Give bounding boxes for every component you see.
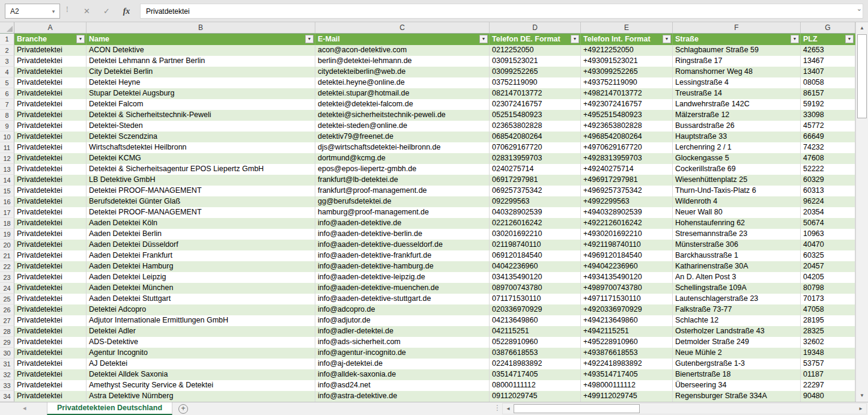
- cell[interactable]: 32602: [801, 337, 855, 348]
- cell[interactable]: Privatdetektei: [14, 337, 86, 348]
- cell[interactable]: Falkstraße 73-77: [673, 304, 801, 315]
- cell[interactable]: Detektei Sczendzina: [86, 132, 315, 142]
- cell[interactable]: Agentur Incognito: [86, 348, 315, 359]
- cell[interactable]: Privatdetektei: [14, 315, 86, 326]
- row-header[interactable]: 19: [0, 229, 14, 240]
- cell[interactable]: 08058: [801, 77, 855, 88]
- cell[interactable]: 42653: [801, 45, 855, 56]
- cell[interactable]: 04213649860: [490, 315, 581, 326]
- cell[interactable]: info@aaden-detektive-frankfurt.de: [315, 250, 490, 261]
- cell[interactable]: info@adjutor.de: [315, 315, 490, 326]
- cell[interactable]: Astra Detektive Nürnberg: [86, 391, 315, 402]
- cell[interactable]: Detektei & Sicherheitstechnik-Peweli: [86, 110, 315, 121]
- scroll-down-icon[interactable]: ▼: [856, 390, 868, 401]
- cell[interactable]: +4942115251: [581, 326, 673, 337]
- cell[interactable]: info@asd24.net: [315, 380, 490, 391]
- cell[interactable]: 28325: [801, 326, 855, 337]
- row-header[interactable]: 10: [0, 132, 14, 142]
- cell[interactable]: +4940328902539: [581, 207, 673, 218]
- vertical-scrollbar[interactable]: ▲ ▼: [855, 22, 868, 402]
- select-all-corner[interactable]: [0, 22, 14, 33]
- cell[interactable]: Detektei-Steden: [86, 121, 315, 132]
- cell[interactable]: 068542080264: [490, 132, 581, 142]
- cell[interactable]: +498000111112: [581, 380, 673, 391]
- cell[interactable]: 0212252050: [490, 45, 581, 56]
- cell[interactable]: +4969257375342: [581, 186, 673, 196]
- cell[interactable]: Detektei Heyne: [86, 77, 315, 88]
- horizontal-scrollbar-thumb[interactable]: [514, 404, 640, 413]
- cell[interactable]: frankfurt@proof-management.de: [315, 186, 490, 196]
- cell[interactable]: 022126016242: [490, 218, 581, 229]
- cell[interactable]: Treustraße 14: [673, 88, 801, 99]
- cell[interactable]: 082147013772: [490, 88, 581, 99]
- formula-bar-expand-icon[interactable]: ⌄: [857, 5, 862, 13]
- name-box[interactable]: A2 ▾: [5, 4, 60, 19]
- cell[interactable]: Wildenroth 4: [673, 196, 801, 207]
- cell[interactable]: AJ Detektei: [86, 359, 315, 369]
- cell[interactable]: Adjutor Internationale Ermittlungen GmbH: [86, 315, 315, 326]
- cell[interactable]: +4922418983892: [581, 359, 673, 369]
- name-box-value[interactable]: A2: [5, 7, 47, 16]
- column-header-a[interactable]: A: [14, 22, 86, 33]
- row-header[interactable]: 29: [0, 337, 14, 348]
- cell[interactable]: Privatdetektei: [14, 77, 86, 88]
- cell[interactable]: +49212252050: [581, 45, 673, 56]
- cell[interactable]: Stupar Detektei Augsburg: [86, 88, 315, 99]
- filter-dropdown-icon[interactable]: ▼: [305, 35, 314, 43]
- cell[interactable]: Privatdetektei: [14, 359, 86, 369]
- cell[interactable]: 86157: [801, 88, 855, 99]
- cell[interactable]: info@aaden-detektive-leipzig.de: [315, 272, 490, 283]
- cell[interactable]: +4968542080264: [581, 132, 673, 142]
- column-header-d[interactable]: D: [490, 22, 581, 33]
- cell[interactable]: Lautenschlagerstraße 23: [673, 294, 801, 304]
- filter-dropdown-icon[interactable]: ▼: [663, 35, 671, 43]
- row-header[interactable]: 26: [0, 304, 14, 315]
- cell[interactable]: +499112029745: [581, 391, 673, 402]
- cell[interactable]: info@adler-detektei.de: [315, 326, 490, 337]
- row-header[interactable]: 9: [0, 121, 14, 132]
- cell[interactable]: Katharinenstraße 30A: [673, 261, 801, 272]
- cell[interactable]: 19348: [801, 348, 855, 359]
- cell[interactable]: 03091523021: [490, 56, 581, 67]
- cell[interactable]: info@ads-sicherheit.com: [315, 337, 490, 348]
- cell[interactable]: Privatdetektei: [14, 153, 86, 164]
- row-header[interactable]: 13: [0, 164, 14, 175]
- cell[interactable]: Barckhausstraße 1: [673, 250, 801, 261]
- cell[interactable]: 028313959703: [490, 153, 581, 164]
- cell[interactable]: 08000111112: [490, 380, 581, 391]
- cell[interactable]: Privatdetektei: [14, 99, 86, 110]
- cell[interactable]: Detektei PROOF-MANAGEMENT: [86, 186, 315, 196]
- cell[interactable]: 01187: [801, 369, 855, 380]
- cell[interactable]: 0240275714: [490, 164, 581, 175]
- header-cell[interactable]: Telefon DE. Format▼: [490, 34, 581, 45]
- cell[interactable]: info@aaden-detektive-berlin.de: [315, 229, 490, 240]
- cell[interactable]: 03514717405: [490, 369, 581, 380]
- cell[interactable]: Privatdetektei: [14, 294, 86, 304]
- cell[interactable]: LB Detektive GmbH: [86, 175, 315, 186]
- cell[interactable]: Privatdetektei: [14, 229, 86, 240]
- name-box-dropdown-icon[interactable]: ▾: [47, 8, 59, 14]
- cell[interactable]: 089700743780: [490, 283, 581, 294]
- row-header[interactable]: 17: [0, 207, 14, 218]
- row-header[interactable]: 22: [0, 261, 14, 272]
- cell[interactable]: 022418983892: [490, 359, 581, 369]
- cell[interactable]: +494213649860: [581, 315, 673, 326]
- header-cell[interactable]: PLZ▼: [801, 34, 855, 45]
- row-header[interactable]: 20: [0, 240, 14, 250]
- cell[interactable]: Privatdetektei: [14, 164, 86, 175]
- cell[interactable]: Privatdetektei: [14, 196, 86, 207]
- filter-dropdown-icon[interactable]: ▼: [571, 35, 579, 43]
- tabbar-grip-icon[interactable]: ⋮: [494, 404, 501, 412]
- filter-dropdown-icon[interactable]: ▼: [479, 35, 488, 43]
- cell[interactable]: Privatdetektei: [14, 207, 86, 218]
- cell[interactable]: Detmolder Straße 249: [673, 337, 801, 348]
- cell[interactable]: Privatdetektei: [14, 283, 86, 294]
- cell[interactable]: Privatdetektei: [14, 142, 86, 153]
- cell[interactable]: +4921198740110: [581, 240, 673, 250]
- cell[interactable]: hamburg@proof-management.de: [315, 207, 490, 218]
- sheet-tab-active[interactable]: Privatdetekteien Deutschland: [47, 402, 172, 415]
- row-header[interactable]: 23: [0, 272, 14, 283]
- cell[interactable]: Privatdetektei: [14, 250, 86, 261]
- cell[interactable]: 40470: [801, 240, 855, 250]
- cell[interactable]: 069257375342: [490, 186, 581, 196]
